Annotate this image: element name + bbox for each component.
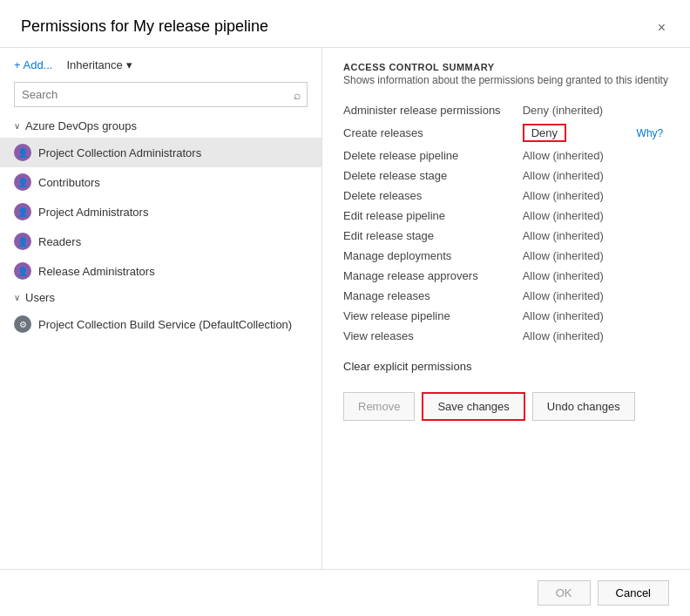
left-panel: + Add... Inheritance ▾ ⌕ ∨ Azure DevOps …	[0, 48, 322, 569]
identity-label: Project Collection Administrators	[38, 146, 201, 159]
permissions-table: Administer release permissions Deny (inh…	[343, 100, 669, 346]
table-row: Administer release permissions Deny (inh…	[343, 100, 669, 120]
table-row: View releases Allow (inherited)	[343, 326, 669, 346]
perm-name: Manage release approvers	[343, 266, 523, 286]
groups-chevron: ∨	[14, 121, 20, 131]
perm-name: Create releases	[343, 120, 523, 146]
right-panel: ACCESS CONTROL SUMMARY Shows information…	[322, 48, 690, 569]
table-row: Delete release stage Allow (inherited)	[343, 166, 669, 186]
list-item[interactable]: 👤 Project Collection Administrators	[0, 138, 321, 167]
add-button[interactable]: + Add...	[14, 58, 52, 71]
users-chevron: ∨	[14, 293, 20, 302]
close-button[interactable]: ×	[654, 17, 669, 38]
perm-name: Edit release pipeline	[343, 206, 523, 226]
perm-name: Delete release pipeline	[343, 146, 523, 166]
perm-name: Manage deployments	[343, 246, 523, 266]
perm-name: View releases	[343, 326, 523, 346]
search-input[interactable]	[14, 82, 308, 107]
undo-changes-button[interactable]: Undo changes	[532, 392, 635, 421]
identity-label: Readers	[38, 235, 81, 248]
users-group-header[interactable]: ∨ Users	[0, 286, 321, 309]
perm-value: Allow (inherited)	[523, 269, 604, 282]
perm-value-deny: Deny	[523, 124, 566, 142]
acs-subtitle: Shows information about the permissions …	[343, 74, 669, 86]
list-item[interactable]: 👤 Readers	[0, 227, 321, 256]
avatar: ⚙	[14, 315, 31, 333]
acs-title: ACCESS CONTROL SUMMARY	[343, 62, 669, 72]
action-buttons: Remove Save changes Undo changes	[343, 392, 669, 421]
perm-value: Allow (inherited)	[523, 169, 604, 182]
perm-value: Allow (inherited)	[523, 309, 604, 322]
dialog-footer: OK Cancel	[0, 569, 690, 616]
avatar: 👤	[14, 203, 31, 220]
table-row: Edit release stage Allow (inherited)	[343, 226, 669, 246]
users-label: Users	[25, 291, 55, 304]
identity-label: Contributors	[38, 176, 100, 189]
perm-name: Edit release stage	[343, 226, 523, 246]
groups-label: Azure DevOps groups	[25, 119, 137, 132]
dialog: Permissions for My release pipeline × + …	[0, 0, 690, 616]
table-row: Create releases Deny Why?	[343, 120, 669, 146]
list-item[interactable]: 👤 Project Administrators	[0, 197, 321, 227]
perm-name: View release pipeline	[343, 306, 523, 326]
search-box: ⌕	[14, 82, 308, 107]
identity-label: Project Administrators	[38, 206, 148, 219]
list-item[interactable]: 👤 Contributors	[0, 167, 321, 197]
clear-label: Clear explicit permissions	[343, 360, 471, 373]
perm-value: Allow (inherited)	[523, 329, 604, 342]
azure-devops-groups-header[interactable]: ∨ Azure DevOps groups	[0, 114, 321, 138]
table-row: View release pipeline Allow (inherited)	[343, 306, 669, 326]
perm-name: Administer release permissions	[343, 100, 523, 120]
remove-button[interactable]: Remove	[343, 392, 415, 421]
table-row: Edit release pipeline Allow (inherited)	[343, 206, 669, 226]
identity-label: Release Administrators	[38, 265, 155, 278]
save-changes-button[interactable]: Save changes	[422, 392, 524, 421]
ok-button[interactable]: OK	[538, 580, 591, 606]
perm-value: Allow (inherited)	[523, 149, 604, 162]
perm-value: Deny (inherited)	[523, 104, 604, 117]
cancel-button[interactable]: Cancel	[598, 580, 669, 606]
clear-section: Clear explicit permissions	[343, 360, 669, 373]
table-row: Delete releases Allow (inherited)	[343, 186, 669, 206]
avatar: 👤	[14, 262, 31, 280]
search-icon: ⌕	[294, 88, 301, 102]
perm-name: Delete release stage	[343, 166, 523, 186]
table-row: Manage deployments Allow (inherited)	[343, 246, 669, 266]
perm-value: Allow (inherited)	[523, 289, 604, 302]
avatar: 👤	[14, 233, 31, 250]
table-row: Manage release approvers Allow (inherite…	[343, 266, 669, 286]
dialog-body: + Add... Inheritance ▾ ⌕ ∨ Azure DevOps …	[0, 48, 690, 569]
avatar: 👤	[14, 173, 31, 191]
inheritance-button[interactable]: Inheritance ▾	[66, 58, 132, 71]
avatar: 👤	[14, 144, 31, 161]
perm-name: Delete releases	[343, 186, 523, 206]
dialog-title: Permissions for My release pipeline	[21, 17, 268, 36]
why-link[interactable]: Why?	[637, 127, 664, 139]
list-item[interactable]: 👤 Release Administrators	[0, 256, 321, 286]
dialog-header: Permissions for My release pipeline ×	[0, 0, 690, 48]
list-item[interactable]: ⚙ Project Collection Build Service (Defa…	[0, 309, 321, 339]
identity-label: Project Collection Build Service (Defaul…	[38, 318, 292, 331]
perm-value: Allow (inherited)	[523, 189, 604, 202]
table-row: Delete release pipeline Allow (inherited…	[343, 146, 669, 166]
perm-value: Allow (inherited)	[523, 249, 604, 262]
perm-value: Allow (inherited)	[523, 209, 604, 222]
perm-value: Allow (inherited)	[523, 229, 604, 242]
left-panel-toolbar: + Add... Inheritance ▾	[0, 58, 321, 82]
table-row: Manage releases Allow (inherited)	[343, 286, 669, 306]
perm-name: Manage releases	[343, 286, 523, 306]
